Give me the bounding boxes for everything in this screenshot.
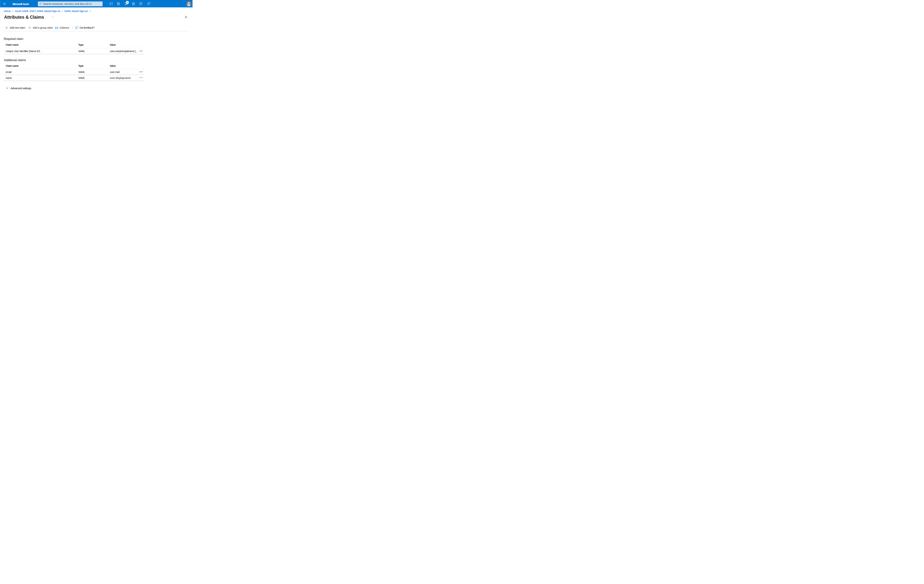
svg-text:?: ? — [140, 3, 141, 5]
